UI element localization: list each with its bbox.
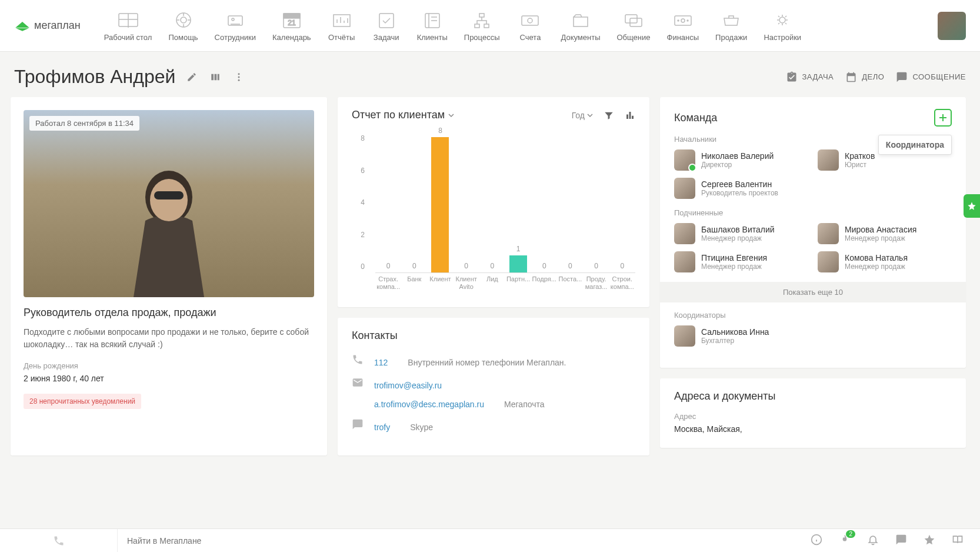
svg-point-22	[687, 20, 688, 21]
nav-Документы[interactable]: Документы	[561, 9, 600, 42]
current-user-avatar[interactable]	[938, 12, 966, 40]
svg-rect-34	[629, 112, 631, 119]
period-selector[interactable]: Год	[572, 111, 593, 120]
nav-Настройки[interactable]: Настройки	[764, 9, 801, 42]
logo[interactable]: мегаплан	[14, 18, 81, 34]
nav-Счета[interactable]: Счета	[516, 9, 544, 42]
person[interactable]: Николаев ВалерийДиректор	[674, 149, 808, 171]
nav-Продажи[interactable]: Продажи	[715, 9, 747, 42]
bosses-grid: Николаев ВалерийДиректорКратковЮристСерг…	[674, 149, 952, 199]
coord-label: Координаторы	[674, 311, 952, 320]
calendar-icon	[845, 71, 857, 83]
email2-link[interactable]: a.trofimov@desc.megaplan.ru	[374, 400, 484, 409]
person[interactable]: Сальникова ИннаБухгалтер	[674, 325, 808, 347]
contact-skype-row: trofy Skype	[352, 418, 635, 432]
chart-type-icon[interactable]	[625, 110, 635, 121]
notifications-badge[interactable]: 28 непрочитанных уведомлений	[24, 394, 141, 409]
nav-Финансы[interactable]: Финансы	[667, 9, 699, 42]
add-team-button[interactable]: Координатора	[934, 109, 952, 127]
bar[interactable]: 0	[375, 262, 401, 272]
skype-link[interactable]: trofy	[374, 423, 390, 432]
report-title[interactable]: Отчет по клиентам	[352, 109, 454, 121]
message-action[interactable]: СООБЩЕНИЕ	[896, 71, 966, 83]
subs-label: Подчиненные	[674, 208, 952, 217]
contacts-title: Контакты	[352, 330, 635, 342]
avatar	[674, 325, 695, 347]
skype-note: Skype	[410, 423, 433, 432]
svg-rect-13	[475, 24, 479, 28]
person[interactable]: Сергеев ВалентинРуководитель проектов	[674, 178, 808, 199]
nav-Задачи[interactable]: Задачи	[372, 9, 401, 42]
person[interactable]: Комова НатальяМенеджер продаж	[818, 251, 952, 272]
nav-Процессы[interactable]: Процессы	[464, 9, 500, 42]
nav-Рабочий стол[interactable]: Рабочий стол	[104, 9, 152, 42]
chevron-down-icon	[448, 112, 454, 118]
edit-icon[interactable]	[185, 70, 199, 84]
show-more-button[interactable]: Показать еще 10	[660, 282, 966, 302]
avatar	[818, 223, 839, 244]
report-controls: Год	[572, 110, 635, 121]
coord-grid: Сальникова ИннаБухгалтер	[674, 325, 952, 347]
email1-link[interactable]: trofimov@easily.ru	[374, 381, 442, 390]
phone-icon	[352, 354, 365, 367]
add-tooltip: Координатора	[878, 135, 952, 155]
fire-icon[interactable]: 2	[839, 534, 851, 547]
columns-icon[interactable]	[208, 70, 222, 84]
chat-icon[interactable]	[895, 534, 907, 547]
bar[interactable]: 0	[454, 262, 479, 272]
favorite-tab[interactable]	[964, 194, 980, 218]
bar[interactable]: 0	[479, 262, 505, 272]
avatar	[818, 251, 839, 272]
svg-point-27	[238, 73, 240, 75]
phone-link[interactable]: 112	[374, 358, 388, 367]
bar[interactable]: 0	[584, 262, 609, 272]
bell-icon[interactable]	[867, 534, 879, 547]
bar[interactable]: 0	[557, 262, 583, 272]
nav-Отчёты[interactable]: Отчёты	[328, 9, 356, 42]
global-search-input[interactable]	[118, 529, 794, 552]
nav-Сотрудники[interactable]: Сотрудники	[215, 9, 256, 42]
star-icon[interactable]	[924, 534, 935, 547]
team-title: Команда	[674, 112, 717, 124]
svg-point-16	[528, 18, 532, 23]
person[interactable]: Птицина ЕвгенияМенеджер продаж	[674, 251, 808, 272]
nav-icon	[328, 9, 356, 31]
person[interactable]: Мирова АнастасияМенеджер продаж	[818, 223, 952, 244]
task-action[interactable]: ЗАДАЧА	[786, 71, 834, 83]
bar[interactable]: 1	[505, 245, 531, 272]
nav-Клиенты[interactable]: Клиенты	[417, 9, 448, 42]
deal-action[interactable]: ДЕЛО	[845, 71, 884, 83]
chevron-down-icon	[587, 112, 593, 118]
filter-icon[interactable]	[604, 110, 614, 121]
bar[interactable]: 0	[531, 262, 557, 272]
svg-point-23	[779, 17, 785, 23]
svg-point-31	[150, 179, 188, 221]
more-icon[interactable]	[232, 70, 246, 84]
dial-icon[interactable]	[0, 529, 118, 552]
plot-area: 0080010000	[375, 132, 635, 273]
bar[interactable]: 8	[427, 127, 453, 272]
nav-Календарь[interactable]: сент21Календарь	[272, 9, 311, 42]
bar[interactable]: 0	[609, 262, 635, 272]
contact-email2-row: a.trofimov@desc.megaplan.ru Мегапочта	[352, 400, 635, 409]
nav-Общение[interactable]: Общение	[617, 9, 651, 42]
last-seen-badge: Работал 8 сентября в 11:34	[29, 116, 139, 131]
plus-icon	[938, 113, 948, 122]
nav-Помощь[interactable]: Помощь	[168, 9, 198, 42]
avatar	[818, 149, 839, 171]
page-header: Трофимов Андрей ЗАДАЧА ДЕЛО СООБЩЕНИЕ	[0, 52, 980, 97]
contact-phone-row: 112 Внутренний номер телефонии Мегаплан.	[352, 354, 635, 367]
svg-rect-24	[212, 74, 214, 80]
svg-rect-17	[625, 15, 637, 23]
report-card: Отчет по клиентам Год 86420 0080010000 С…	[338, 97, 649, 307]
svg-point-20	[681, 19, 685, 22]
svg-rect-35	[632, 115, 634, 118]
book-icon[interactable]	[952, 534, 964, 547]
nav-icon: сент21	[278, 9, 306, 31]
bar[interactable]: 0	[401, 262, 427, 272]
subs-grid: Башлаков ВиталийМенеджер продажМирова Ан…	[674, 223, 952, 272]
svg-rect-19	[675, 16, 691, 25]
info-icon[interactable]	[811, 534, 822, 547]
profile-role: Руководитель отдела продаж, продажи	[24, 307, 314, 319]
person[interactable]: Башлаков ВиталийМенеджер продаж	[674, 223, 808, 244]
